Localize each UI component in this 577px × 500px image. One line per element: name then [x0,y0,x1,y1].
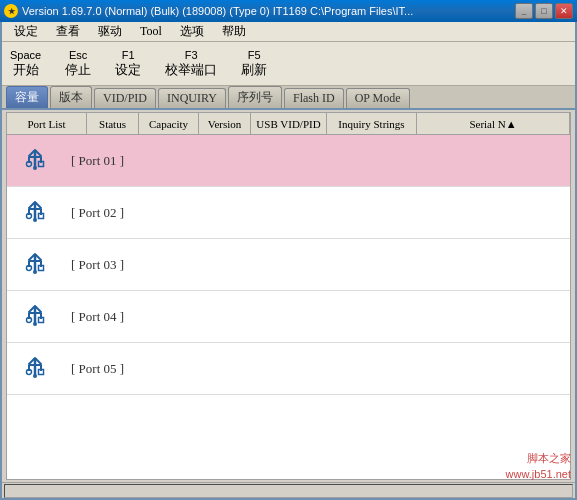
toolbar-stop-label: 停止 [65,61,91,79]
tab-inquiry[interactable]: INQUIRY [158,88,226,108]
toolbar-start-key: Space [10,49,41,61]
port-icon-cell-5 [7,351,63,387]
menu-settings[interactable]: 设定 [6,21,46,42]
title-text: Version 1.69.7.0 (Normal) (Bulk) (189008… [22,5,413,17]
table-row[interactable]: [ Port 02 ] [7,187,570,239]
tab-version[interactable]: 版本 [50,86,92,108]
tab-flashid[interactable]: Flash ID [284,88,344,108]
toolbar-enum-label: 校举端口 [165,61,217,79]
svg-point-20 [33,270,37,274]
menu-help[interactable]: 帮助 [214,21,254,42]
usb-icon-1 [21,147,49,175]
port-04-label: [ Port 04 ] [63,305,570,329]
port-list: [ Port 01 ] [7,135,570,479]
port-icon-cell-3 [7,247,63,283]
close-button[interactable]: ✕ [555,3,573,19]
title-bar: ★ Version 1.69.7.0 (Normal) (Bulk) (1890… [0,0,577,22]
title-bar-left: ★ Version 1.69.7.0 (Normal) (Bulk) (1890… [4,4,413,18]
svg-point-25 [27,317,32,322]
menu-bar: 设定 查看 驱动 Tool 选项 帮助 [2,22,575,42]
col-serial: Serial N▲ [417,113,570,134]
toolbar-refresh-label: 刷新 [241,61,267,79]
window-controls[interactable]: _ □ ✕ [515,3,573,19]
svg-point-6 [33,166,37,170]
main-container: 设定 查看 驱动 Tool 选项 帮助 Space 开始 Esc 停止 F1 设… [0,22,577,500]
svg-rect-33 [39,369,44,374]
maximize-button[interactable]: □ [535,3,553,19]
table-section: Port List Status Capacity Version USB VI… [6,112,571,480]
menu-options[interactable]: 选项 [172,21,212,42]
app-icon: ★ [4,4,18,18]
toolbar: Space 开始 Esc 停止 F1 设定 F3 校举端口 F5 刷新 [2,42,575,86]
port-03-label: [ Port 03 ] [63,253,570,277]
toolbar-stop-key: Esc [69,49,87,61]
svg-point-4 [27,161,32,166]
svg-point-32 [27,369,32,374]
col-status: Status [87,113,139,134]
port-icon-cell-4 [7,299,63,335]
toolbar-start-label: 开始 [13,61,39,79]
toolbar-refresh[interactable]: F5 刷新 [241,49,267,79]
svg-point-34 [33,374,37,378]
tab-opmode[interactable]: OP Mode [346,88,410,108]
col-inquiry: Inquiry Strings [327,113,417,134]
svg-rect-19 [39,265,44,270]
col-capacity: Capacity [139,113,199,134]
toolbar-enum[interactable]: F3 校举端口 [165,49,217,79]
col-version: Version [199,113,251,134]
mode-tabs: 容量 版本 VID/PID INQUIRY 序列号 Flash ID OP Mo… [2,86,575,110]
menu-driver[interactable]: 驱动 [90,21,130,42]
toolbar-stop[interactable]: Esc 停止 [65,49,91,79]
usb-icon-5 [21,355,49,383]
col-port-list: Port List [7,113,87,134]
col-vidpid: USB VID/PID [251,113,327,134]
usb-icon-4 [21,303,49,331]
tab-vidpid[interactable]: VID/PID [94,88,156,108]
column-headers: Port List Status Capacity Version USB VI… [7,113,570,135]
toolbar-enum-key: F3 [185,49,198,61]
menu-view[interactable]: 查看 [48,21,88,42]
tab-serial[interactable]: 序列号 [228,86,282,108]
port-05-label: [ Port 05 ] [63,357,570,381]
svg-point-11 [27,213,32,218]
toolbar-config-key: F1 [122,49,135,61]
svg-rect-12 [39,213,44,218]
usb-icon-2 [21,199,49,227]
usb-icon-3 [21,251,49,279]
tab-capacity[interactable]: 容量 [6,86,48,108]
toolbar-config[interactable]: F1 设定 [115,49,141,79]
horizontal-scrollbar[interactable] [4,484,573,498]
svg-point-13 [33,218,37,222]
minimize-button[interactable]: _ [515,3,533,19]
toolbar-config-label: 设定 [115,61,141,79]
table-row[interactable]: [ Port 01 ] [7,135,570,187]
port-icon-cell-2 [7,195,63,231]
port-02-label: [ Port 02 ] [63,201,570,225]
svg-point-18 [27,265,32,270]
svg-rect-5 [39,161,44,166]
svg-rect-26 [39,317,44,322]
svg-point-27 [33,322,37,326]
port-icon-cell-1 [7,143,63,179]
toolbar-refresh-key: F5 [248,49,261,61]
bottom-bar [2,482,575,498]
port-01-label: [ Port 01 ] [63,149,570,173]
toolbar-start[interactable]: Space 开始 [10,49,41,79]
table-row[interactable]: [ Port 03 ] [7,239,570,291]
menu-tool[interactable]: Tool [132,22,170,41]
table-row[interactable]: [ Port 05 ] [7,343,570,395]
table-row[interactable]: [ Port 04 ] [7,291,570,343]
